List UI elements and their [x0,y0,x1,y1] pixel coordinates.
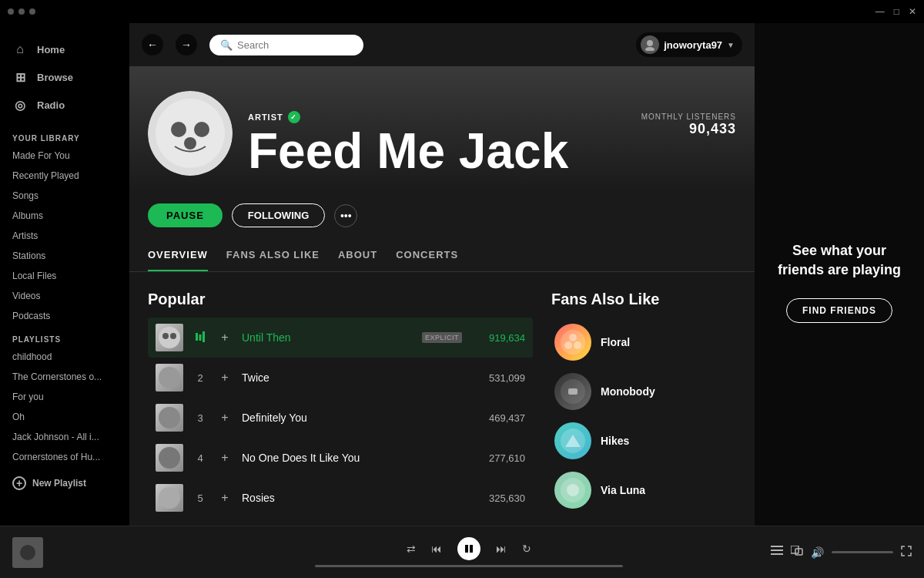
tab-about[interactable]: ABOUT [338,240,377,271]
playlists-title: PLAYLISTS [0,326,129,347]
find-friends-button[interactable]: FIND FRIENDS [786,298,892,323]
content-grid: Popular + Until Then EXPLICIT 919,634 [129,272,755,526]
pause-button[interactable]: PAUSE [148,203,223,227]
svg-point-1 [645,47,654,51]
fullscreen-button[interactable] [901,546,912,559]
chevron-down-icon: ▼ [727,41,735,49]
svg-point-13 [159,407,180,428]
sidebar-item-radio[interactable]: ◎ Radio [0,91,129,119]
track-name: Until Then [242,331,413,344]
fan-avatar [554,422,591,459]
add-track-button[interactable]: + [217,491,233,505]
track-number: 3 [192,412,208,424]
verified-badge: ✓ [288,111,300,123]
sidebar: ⌂ Home ⊞ Browse ◎ Radio YOUR LIBRARY Mad… [0,23,129,526]
fans-also-like-section: Fans Also Like Floral Monobody [551,291,736,526]
maximize-button[interactable]: □ [894,6,899,17]
svg-rect-9 [196,333,198,341]
sidebar-item-local-files[interactable]: Local Files [0,266,129,286]
repeat-button[interactable]: ↻ [522,543,531,555]
titlebar-controls: — □ ✕ [875,6,916,17]
monthly-listeners-count: 90,433 [641,121,736,137]
volume-slider[interactable] [832,551,893,553]
svg-point-19 [564,341,572,349]
following-button[interactable]: FOLLOWING [232,203,325,227]
sidebar-item-home[interactable]: ⌂ Home [0,35,129,63]
track-number: 5 [192,492,208,504]
artist-avatar [148,91,233,176]
playlist-item-cornerstones[interactable]: The Cornerstones o... [0,367,129,387]
player-progress-bar[interactable] [315,565,623,567]
track-name: Twice [242,371,462,384]
forward-button[interactable]: → [176,34,197,55]
play-pause-button[interactable] [457,537,480,560]
devices-button[interactable] [791,546,803,559]
fan-item-monobody[interactable]: Monobody [551,367,736,416]
track-item[interactable]: + Until Then EXPLICIT 919,634 [148,318,533,358]
svg-point-24 [567,484,579,496]
sidebar-item-browse[interactable]: ⊞ Browse [0,63,129,91]
sidebar-item-songs[interactable]: Songs [0,186,129,206]
sidebar-item-made-for-you[interactable]: Made For You [0,146,129,166]
radio-icon: ◎ [12,97,28,113]
previous-button[interactable]: ⏮ [431,543,442,555]
track-thumbnail [156,324,183,351]
svg-rect-36 [771,549,783,551]
sidebar-item-recently-played[interactable]: Recently Played [0,166,129,186]
add-track-button[interactable]: + [217,451,233,465]
fan-item-hikes[interactable]: Hikes [551,416,736,465]
queue-button[interactable] [771,546,783,559]
next-button[interactable]: ⏭ [496,543,507,555]
artist-tabs: OVERVIEW FANS ALSO LIKE ABOUT CONCERTS [129,240,755,272]
sidebar-item-stations[interactable]: Stations [0,246,129,266]
track-plays: 325,630 [471,492,525,504]
player-controls: ⇄ ⏮ ⏭ ↻ [407,537,531,560]
fan-item-floral[interactable]: Floral [551,318,736,367]
add-track-button[interactable]: + [217,371,233,385]
sidebar-item-label: Home [37,44,65,55]
sidebar-item-albums[interactable]: Albums [0,206,129,226]
minimize-button[interactable]: — [875,6,885,17]
sidebar-item-podcasts[interactable]: Podcasts [0,306,129,326]
track-item[interactable]: 5 + Rosies 325,630 [148,478,533,518]
topbar-right: jnoworyta97 ▼ [636,32,742,57]
playlist-item-jack-johnson[interactable]: Jack Johnson - All i... [0,427,129,447]
sidebar-item-artists[interactable]: Artists [0,226,129,246]
playlist-item-childhood[interactable]: childhood [0,347,129,367]
search-input[interactable] [237,39,345,51]
avatar [641,35,659,54]
artist-actions: PAUSE FOLLOWING ••• [129,191,755,240]
track-item[interactable]: 4 + No One Does It Like You 277,610 [148,438,533,478]
user-badge[interactable]: jnoworyta97 ▼ [636,32,742,57]
tab-fans-also-like[interactable]: FANS ALSO LIKE [226,240,320,271]
track-plays: 531,099 [471,372,525,384]
track-item[interactable]: 3 + Definitely You 469,437 [148,398,533,438]
artist-stats: MONTHLY LISTENERS 90,433 [641,113,736,137]
track-number: 4 [192,452,208,464]
close-button[interactable]: ✕ [909,6,916,17]
fans-also-like-title: Fans Also Like [551,291,736,308]
shuffle-button[interactable]: ⇄ [407,543,416,555]
track-item[interactable]: 2 + Twice 531,099 [148,358,533,398]
more-button[interactable]: ••• [334,204,357,227]
svg-rect-35 [771,546,783,547]
playlist-item-oh[interactable]: Oh [0,407,129,427]
player-right: 🔊 [771,546,912,559]
svg-rect-38 [791,546,798,553]
svg-point-32 [20,545,35,560]
add-track-button[interactable]: + [217,411,233,425]
find-friends-text: See what your friends are playing [770,241,909,280]
fan-name: Monobody [601,385,655,398]
tab-overview[interactable]: OVERVIEW [148,240,208,271]
svg-point-4 [194,122,209,137]
svg-point-2 [156,99,225,168]
sidebar-item-videos[interactable]: Videos [0,286,129,306]
back-button[interactable]: ← [142,34,163,55]
tab-concerts[interactable]: CONCERTS [396,240,458,271]
fan-item-via-luna[interactable]: Via Luna [551,465,736,515]
playlist-item-cornerstones-hu[interactable]: Cornerstones of Hu... [0,447,129,467]
add-track-button[interactable]: + [217,331,233,344]
new-playlist-button[interactable]: + New Playlist [0,467,129,496]
player-center: ⇄ ⏮ ⏭ ↻ [179,537,758,567]
playlist-item-for-you[interactable]: For you [0,387,129,407]
